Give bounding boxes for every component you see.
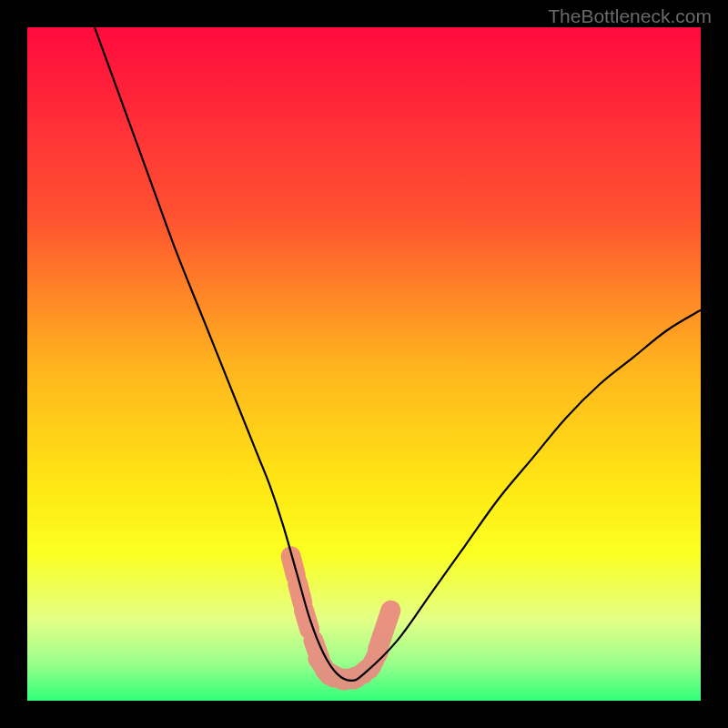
curve-layer xyxy=(27,27,701,701)
watermark-text: TheBottleneck.com xyxy=(548,5,712,27)
bottleneck-curve xyxy=(95,27,701,681)
highlight-markers xyxy=(291,556,391,680)
plot-area xyxy=(27,27,701,701)
